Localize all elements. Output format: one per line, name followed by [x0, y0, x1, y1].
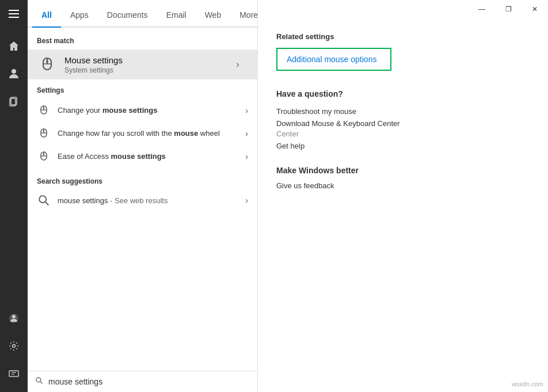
settings-item-2[interactable]: Change how far you scroll with the mouse… [28, 122, 257, 145]
sidebar-icon-avatar[interactable] [0, 305, 28, 332]
get-help-link[interactable]: Get help [276, 140, 530, 152]
related-settings-title: Related settings [276, 32, 530, 41]
svg-point-20 [43, 131, 44, 132]
suggestion-arrow-1: › [245, 196, 248, 205]
search-icon-bottom [35, 376, 44, 387]
settings-item-3-arrow: › [245, 152, 248, 161]
window-controls: — ❐ ✕ [469, 0, 548, 18]
troubleshoot-link[interactable]: Troubleshoot my mouse [276, 105, 530, 117]
tab-web[interactable]: Web [196, 3, 231, 28]
svg-point-24 [43, 154, 44, 155]
sidebar-icon-home[interactable] [0, 32, 28, 60]
best-match-subtitle: System settings [64, 66, 227, 74]
svg-point-4 [12, 315, 16, 318]
svg-point-0 [12, 69, 16, 74]
sidebar [0, 0, 28, 392]
sidebar-icon-user-profile[interactable] [0, 360, 28, 387]
svg-line-28 [40, 382, 43, 384]
settings-item-1-text: Change your mouse settings [58, 105, 245, 116]
main-content: All Apps Documents Email Web More Best m… [28, 0, 548, 392]
close-button[interactable]: ✕ [522, 0, 548, 18]
minimize-button[interactable]: — [469, 0, 495, 18]
sidebar-bottom [0, 305, 28, 392]
suggestion-text-1: mouse settings - See web results [58, 196, 245, 205]
download-center-subtitle: Center [276, 130, 530, 140]
give-feedback-link[interactable]: Give us feedback [276, 180, 530, 192]
hamburger-button[interactable] [0, 0, 28, 28]
tab-all[interactable]: All [32, 3, 61, 28]
search-box-container [28, 371, 257, 392]
settings-item-2-text: Change how far you scroll with the mouse… [58, 128, 245, 139]
settings-item-2-arrow: › [245, 129, 248, 138]
sidebar-icon-settings[interactable] [0, 332, 28, 360]
best-match-text: Mouse settings System settings [64, 55, 227, 74]
sidebar-icon-list [0, 32, 28, 115]
svg-rect-6 [9, 371, 18, 376]
sidebar-icon-copy[interactable] [0, 87, 28, 115]
settings-group-label: Settings [28, 84, 257, 99]
tab-email[interactable]: Email [157, 3, 196, 28]
settings-item-1-arrow: › [245, 106, 248, 115]
svg-point-12 [46, 60, 48, 63]
mouse-icon-1 [37, 104, 51, 117]
suggestion-see-web: - See web results [108, 196, 168, 205]
watermark: wsxdn.com [512, 380, 543, 387]
results-area: Best match Mouse settings System setting… [28, 28, 257, 371]
right-panel: — ❐ ✕ Related settings Additional mouse … [258, 0, 548, 392]
content-area: All Apps Documents Email Web More Best m… [28, 0, 548, 392]
settings-item-3[interactable]: Ease of Access mouse settings › [28, 145, 257, 168]
download-keyboard-center-link[interactable]: Download Mouse & Keyboard Center [276, 117, 530, 130]
svg-line-26 [45, 202, 48, 205]
make-windows-better-title: Make Windows better [276, 166, 530, 175]
svg-point-25 [39, 196, 46, 203]
tabs-bar: All Apps Documents Email Web More [28, 0, 257, 28]
search-suggestion-icon [37, 193, 51, 207]
best-match-item[interactable]: Mouse settings System settings › [28, 50, 257, 79]
search-panel: All Apps Documents Email Web More Best m… [28, 0, 258, 392]
suggestion-main: mouse settings [58, 196, 108, 205]
additional-mouse-options-button[interactable]: Additional mouse options [276, 48, 391, 71]
svg-point-16 [43, 108, 44, 109]
best-match-arrow: › [227, 59, 248, 70]
hamburger-line-1 [9, 10, 19, 11]
have-question-title: Have a question? [276, 89, 530, 98]
svg-point-5 [13, 345, 16, 348]
settings-item-3-text: Ease of Access mouse settings [58, 151, 245, 162]
suggestion-item-1[interactable]: mouse settings - See web results › [28, 189, 257, 212]
maximize-button[interactable]: ❐ [495, 0, 522, 18]
svg-point-27 [36, 378, 41, 382]
settings-item-1[interactable]: Change your mouse settings › [28, 99, 257, 122]
right-panel-content: Related settings Additional mouse option… [258, 18, 548, 205]
mouse-icon-3 [37, 150, 51, 163]
best-match-title: Mouse settings [64, 55, 227, 65]
tab-apps[interactable]: Apps [61, 3, 98, 28]
hamburger-line-3 [9, 17, 19, 18]
settings-group: Settings Change your mouse settings › [28, 79, 257, 173]
sidebar-icon-person[interactable] [0, 60, 28, 87]
hamburger-line-2 [9, 13, 19, 14]
best-match-label: Best match [28, 35, 257, 50]
search-suggestions-label: Search suggestions [28, 173, 257, 189]
mouse-settings-icon [37, 54, 58, 75]
search-input[interactable] [48, 377, 250, 386]
mouse-icon-2 [37, 127, 51, 140]
tab-documents[interactable]: Documents [98, 3, 157, 28]
